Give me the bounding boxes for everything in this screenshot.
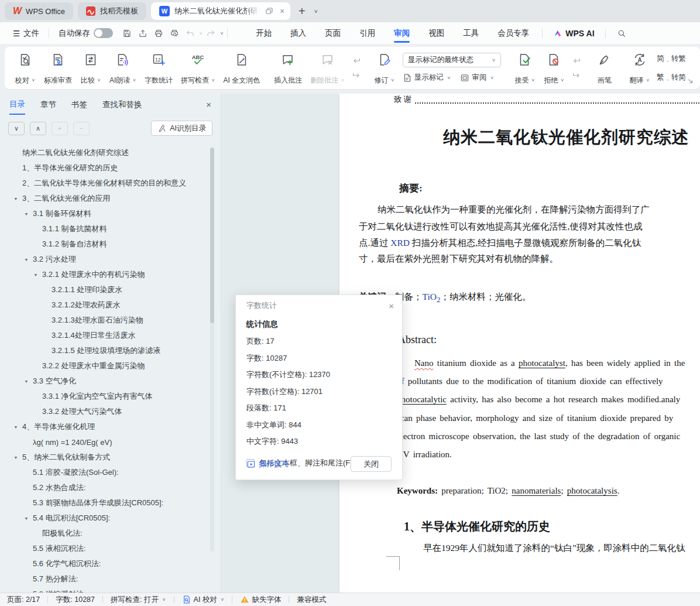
toc-expand-triangle-icon[interactable]: ▼ <box>13 196 18 201</box>
toc-item[interactable]: 5.3 前驱物结晶体升华成膜法[CR0505]: <box>0 495 209 511</box>
expand-all-button[interactable]: ∨ <box>8 122 25 135</box>
autosave-control[interactable]: 自动保存 <box>53 22 119 44</box>
toc-item[interactable]: 3.2.1.1 处理印染废水 <box>0 282 209 297</box>
tips-link[interactable]: 操作技巧 <box>246 459 289 470</box>
save-button[interactable] <box>119 25 135 41</box>
autosave-toggle[interactable] <box>94 28 113 38</box>
tab-bookmarks[interactable]: 书签 <box>71 94 87 114</box>
ai-polish-button[interactable]: AI 全文润色 <box>219 49 265 87</box>
menu-tools[interactable]: 工具 <box>454 22 488 44</box>
word-count-indicator[interactable]: 字数: 10287 <box>56 595 95 605</box>
open-in-new-window-icon[interactable] <box>265 6 274 16</box>
word-count-button[interactable]: 字数统计 <box>140 49 177 87</box>
traditional-to-simplified-button[interactable]: 繁 → 转简 <box>657 72 686 83</box>
toc-item[interactable]: ▼3.2 污水处理 <box>0 252 209 267</box>
tab-outline[interactable]: 目录 <box>9 94 25 115</box>
next-comment-icon[interactable] <box>352 71 361 80</box>
promote-button[interactable]: + <box>52 122 68 135</box>
toc-item[interactable]: 3.3.2 处理大气污染气体 <box>0 404 209 419</box>
toc-item[interactable]: 3.1.1 制备抗菌材料 <box>0 221 209 237</box>
ink-pen-button[interactable]: 画笔 <box>590 49 619 87</box>
ai-proofread-status[interactable]: AI 校对 ∨ <box>182 595 225 605</box>
menu-home[interactable]: 开始 <box>246 22 281 44</box>
toc-item[interactable]: ▼4、半导体光催化机理 <box>0 419 209 434</box>
toc-item[interactable]: ▼5、纳米二氧化钛制备方式 <box>0 450 209 465</box>
reviewing-pane-button[interactable]: 审阅 ∨ <box>460 73 494 83</box>
toc-item[interactable]: 3.3.1 净化室内空气室内有害气体 <box>0 389 209 404</box>
file-menu[interactable]: ☰ 文件 <box>7 22 45 44</box>
toc-expand-triangle-icon[interactable]: ▼ <box>13 455 18 460</box>
toc-item[interactable]: 5.7 热分解法: <box>0 571 209 587</box>
markup-state-dropdown[interactable]: 显示标记的最终状态 ∨ <box>403 53 501 67</box>
dialog-close-icon[interactable]: × <box>389 301 394 311</box>
more-commands-caret-icon[interactable]: ∨ <box>220 31 224 36</box>
toc-expand-triangle-icon[interactable]: ▼ <box>24 211 29 216</box>
menu-page[interactable]: 页面 <box>315 22 350 44</box>
close-tab-icon[interactable]: × <box>279 6 286 16</box>
dialog-close-button[interactable]: 关闭 <box>351 456 392 472</box>
toc-item[interactable]: 5.1 溶胶-凝胶法(Sol-Gel): <box>0 465 209 480</box>
toc-item[interactable]: 3.2.1.4处理日常生活废水 <box>0 328 209 343</box>
toc-item[interactable]: 5.8 磁控溅射法: <box>0 587 209 593</box>
toc-item[interactable]: 5.5 液相沉积法: <box>0 541 209 556</box>
print-preview-button[interactable] <box>166 25 182 41</box>
menu-review[interactable]: 审阅 <box>385 22 419 44</box>
track-changes-button[interactable]: 修订∨ <box>370 49 399 87</box>
simplified-to-traditional-button[interactable]: 简 → 转繁 <box>657 53 686 64</box>
toc-item[interactable]: 3.2.1.5 处理垃圾填埋场的渗滤液 <box>0 343 209 358</box>
toc-item[interactable]: 1、半导体光催化研究的历史 <box>0 160 209 176</box>
toc-item[interactable]: ▼3、二氧化钛光催化的应用 <box>0 191 209 206</box>
redo-button[interactable] <box>203 25 219 41</box>
compare-button[interactable]: 比较∨ <box>76 49 105 87</box>
toc-expand-triangle-icon[interactable]: ▼ <box>24 257 29 262</box>
toc-item[interactable]: ▼3.1 制备环保材料 <box>0 206 209 221</box>
close-pane-icon[interactable]: × <box>206 100 211 109</box>
next-change-icon[interactable] <box>572 71 581 80</box>
standard-review-button[interactable]: 标准审查 <box>40 49 76 87</box>
toc-item[interactable]: 3.1.2 制备自洁材料 <box>0 237 209 252</box>
previous-change-icon[interactable] <box>572 56 581 66</box>
menu-references[interactable]: 引用 <box>350 22 385 44</box>
export-button[interactable] <box>135 25 150 41</box>
toc-expand-triangle-icon[interactable]: ▼ <box>33 272 38 277</box>
insert-comment-button[interactable]: 插入批注 <box>270 49 306 87</box>
tab-find-replace[interactable]: 查找和替换 <box>102 94 142 114</box>
print-button[interactable] <box>150 25 166 41</box>
tab-current-document[interactable]: W 纳米二氧化钛光催化剂研究综述 × <box>151 2 290 20</box>
toc-item[interactable]: ▼3.2.1 处理废水中的有机污染物 <box>0 267 209 282</box>
accept-change-button[interactable]: 接受∨ <box>510 49 540 87</box>
toc-expand-triangle-icon[interactable]: ▼ <box>13 424 18 429</box>
reject-change-button[interactable]: 拒绝∨ <box>540 49 569 87</box>
previous-comment-icon[interactable] <box>352 56 361 66</box>
collapse-all-button[interactable]: ∧ <box>30 122 46 135</box>
ai-read-aloud-button[interactable]: AI朗读∨ <box>105 49 140 87</box>
ai-recognize-toc-button[interactable]: AI识别目录 <box>151 121 212 136</box>
toc-item[interactable]: 3.2.2 处理废水中重金属污染物 <box>0 358 209 374</box>
toc-item[interactable]: 纳米二氧化钛光催化剂研究综述 <box>0 145 209 160</box>
missing-font-warning[interactable]: 缺失字体 <box>240 595 281 605</box>
proofread-button[interactable]: 校对∨ <box>11 49 40 87</box>
undo-button[interactable] <box>182 25 198 41</box>
toc-item[interactable]: 3.2.1.2处理农药废水 <box>0 297 209 313</box>
toc-expand-triangle-icon[interactable]: ▼ <box>24 379 29 384</box>
toc-item[interactable]: 阳极氧化法: <box>0 526 209 541</box>
toc-item[interactable]: 3.2.1.3处理水面石油污染物 <box>0 313 209 328</box>
tab-wps-office-home[interactable]: W WPS Office <box>5 2 73 20</box>
new-tab-button[interactable]: + <box>295 5 309 18</box>
compatibility-mode-indicator[interactable]: 兼容模式 <box>297 595 326 605</box>
wps-ai-button[interactable]: WPS AI <box>546 29 601 38</box>
toc-item[interactable]: 5.6 化学气相沉积法: <box>0 556 209 571</box>
spell-check-button[interactable]: 拼写检查∨ <box>177 49 219 87</box>
scrollbar-thumb[interactable] <box>210 148 214 323</box>
tab-list-caret-icon[interactable]: ∨ <box>314 8 318 14</box>
show-markup-button[interactable]: 显示标记 ∨ <box>403 73 451 83</box>
dialog-launcher-icon[interactable] <box>687 78 694 85</box>
menu-member[interactable]: 会员专享 <box>488 22 538 44</box>
toc-item[interactable]: ▼3.3 空气净化 <box>0 374 209 389</box>
toc-item[interactable]: ▼5.4 电沉积法[CR0505]: <box>0 511 209 526</box>
menu-view[interactable]: 视图 <box>419 22 454 44</box>
toc-item[interactable]: 5.2 水热合成法: <box>0 480 209 495</box>
search-icon[interactable] <box>614 25 630 41</box>
toc-item[interactable]: 2、二氧化钛半导体光催化材料研究的目的和意义 <box>0 176 209 191</box>
menu-insert[interactable]: 插入 <box>281 22 315 44</box>
